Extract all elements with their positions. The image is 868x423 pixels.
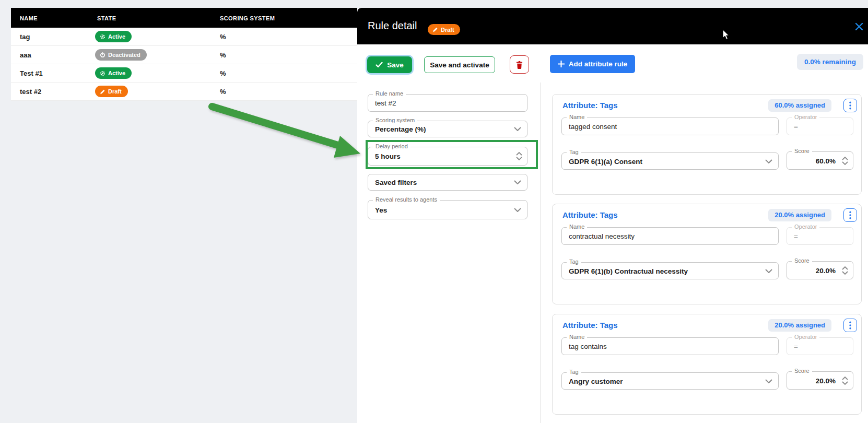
- chevron-down-icon: [516, 157, 522, 160]
- score-spinner[interactable]: [842, 266, 848, 275]
- attribute-name-value: tagged consent: [569, 123, 617, 131]
- rules-table-header: NAME STATE SCORING SYSTEM: [11, 8, 357, 28]
- reveal-results-value: Yes: [375, 206, 387, 214]
- chevron-down-icon: [842, 271, 848, 275]
- attribute-card-title: Attribute: Tags: [562, 101, 618, 110]
- pencil-icon: [100, 89, 105, 95]
- scoring-cell: %: [220, 88, 226, 96]
- score-stepper[interactable]: Score 20.0%: [787, 261, 853, 279]
- attribute-name-field[interactable]: Name tag contains: [561, 337, 779, 355]
- tag-select[interactable]: Tag GDPR 6(1)(b) Contractual necessity: [561, 262, 779, 279]
- tag-label: Tag: [567, 149, 581, 155]
- attribute-name-label: Name: [567, 334, 587, 340]
- score-label: Score: [792, 257, 812, 264]
- panel-divider: [540, 83, 541, 423]
- status-badge-label: Deactivated: [108, 52, 140, 58]
- score-label: Score: [792, 368, 812, 374]
- chevron-up-icon: [842, 266, 848, 270]
- rule-name-field[interactable]: Rule name test #2: [368, 94, 527, 112]
- chevron-down-icon: [765, 379, 772, 383]
- chevron-down-icon: [765, 269, 772, 273]
- score-spinner[interactable]: [842, 157, 848, 165]
- scoring-system-label: Scoring system: [373, 117, 417, 123]
- rule-name-cell: Test #1: [20, 69, 43, 77]
- table-row[interactable]: aaa Deactivated %: [11, 46, 357, 64]
- score-spinner[interactable]: [842, 377, 848, 385]
- column-header-state: STATE: [97, 15, 116, 21]
- attribute-rule-card: Attribute: Tags 20.0% assigned Name tag …: [552, 314, 862, 415]
- kebab-menu-icon: [849, 101, 851, 110]
- card-menu-button[interactable]: [843, 99, 857, 112]
- delete-rule-button[interactable]: [510, 55, 529, 74]
- attribute-rule-card: Attribute: Tags 60.0% assigned Name tagg…: [552, 94, 862, 195]
- rule-name-cell: tag: [20, 33, 30, 41]
- status-badge-label: Active: [108, 33, 125, 40]
- attribute-name-value: contractual necessity: [569, 232, 635, 240]
- status-badge: Draft: [95, 86, 128, 97]
- tag-label: Tag: [567, 369, 581, 375]
- operator-label: Operator: [792, 224, 819, 230]
- kebab-menu-icon: [849, 321, 851, 330]
- scoring-system-select[interactable]: Scoring system Percentage (%): [368, 121, 527, 137]
- delay-period-value: 5 hours: [375, 152, 401, 160]
- table-row[interactable]: tag Active %: [11, 28, 357, 46]
- tag-value: GDPR 6(1)(a) Consent: [569, 157, 642, 165]
- rule-detail-panel: Rule detail Draft Save Save and activate…: [357, 8, 868, 423]
- delay-period-stepper[interactable]: Delay period 5 hours: [368, 147, 527, 166]
- save-button-label: Save: [387, 61, 404, 69]
- score-stepper[interactable]: Score 60.0%: [787, 151, 853, 170]
- tag-select[interactable]: Tag Angry customer: [561, 372, 779, 390]
- status-badge: Active: [95, 67, 132, 79]
- rule-name-cell: aaa: [20, 51, 31, 59]
- status-badge: Deactivated: [95, 49, 147, 61]
- chevron-down-icon: [514, 208, 521, 212]
- status-badge-label: Draft: [108, 88, 122, 95]
- assigned-percentage-badge: 20.0% assigned: [768, 209, 831, 221]
- add-attribute-rule-label: Add attribute rule: [569, 60, 628, 68]
- card-menu-button[interactable]: [843, 208, 857, 222]
- column-header-scoring: SCORING SYSTEM: [220, 15, 275, 21]
- assigned-percentage-badge: 60.0% assigned: [768, 99, 831, 112]
- add-attribute-rule-button[interactable]: Add attribute rule: [550, 55, 635, 73]
- delay-period-label: Delay period: [373, 143, 410, 149]
- tag-label: Tag: [567, 258, 581, 265]
- kebab-menu-icon: [849, 211, 851, 219]
- save-and-activate-button[interactable]: Save and activate: [424, 56, 495, 73]
- attribute-rule-card: Attribute: Tags 20.0% assigned Name cont…: [552, 204, 862, 304]
- operator-value: =: [794, 343, 798, 350]
- close-icon[interactable]: [854, 22, 864, 31]
- reveal-results-select[interactable]: Reveal results to agents Yes: [368, 200, 527, 219]
- draft-status-label: Draft: [441, 27, 454, 33]
- attribute-name-label: Name: [567, 114, 587, 120]
- operator-field: Operator =: [787, 337, 853, 355]
- rules-table: NAME STATE SCORING SYSTEM tag Active % a…: [11, 8, 357, 101]
- attribute-name-field[interactable]: Name tagged consent: [561, 118, 779, 135]
- score-stepper[interactable]: Score 20.0%: [787, 371, 853, 390]
- attribute-name-field[interactable]: Name contractual necessity: [561, 227, 779, 245]
- gear-icon: [100, 70, 105, 76]
- table-row[interactable]: test #2 Draft %: [11, 83, 357, 101]
- table-row[interactable]: Test #1 Active %: [11, 64, 357, 83]
- remaining-percentage-badge: 0.0% remaining: [797, 54, 863, 70]
- attribute-card-title: Attribute: Tags: [562, 321, 618, 330]
- plus-icon: [558, 61, 565, 67]
- pencil-icon: [432, 27, 438, 32]
- saved-filters-select[interactable]: Saved filters: [368, 174, 527, 191]
- score-value: 20.0%: [816, 377, 836, 384]
- tag-select[interactable]: Tag GDPR 6(1)(a) Consent: [561, 152, 779, 170]
- delay-period-spinner[interactable]: [516, 152, 522, 160]
- trash-icon: [515, 61, 523, 69]
- page-title: Rule detail: [368, 20, 417, 32]
- card-menu-button[interactable]: [843, 319, 857, 332]
- chevron-up-icon: [516, 152, 522, 156]
- operator-field: Operator =: [787, 118, 853, 135]
- save-and-activate-label: Save and activate: [430, 61, 489, 69]
- annotation-arrow: [203, 98, 366, 162]
- tag-value: GDPR 6(1)(b) Contractual necessity: [569, 267, 688, 275]
- operator-label: Operator: [792, 334, 819, 340]
- save-button[interactable]: Save: [367, 56, 412, 73]
- chevron-down-icon: [514, 180, 521, 184]
- scoring-system-value: Percentage (%): [375, 125, 426, 133]
- operator-value: =: [794, 232, 798, 240]
- check-icon: [376, 62, 383, 68]
